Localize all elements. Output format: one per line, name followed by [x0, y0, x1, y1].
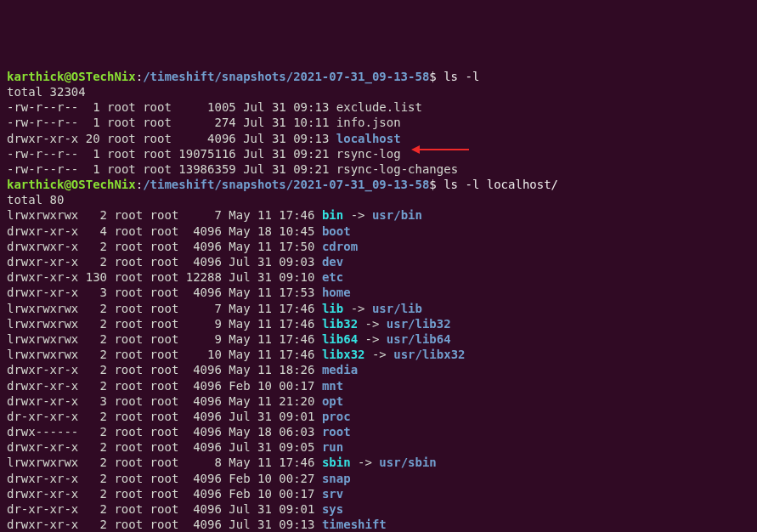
permissions: lrwxrwxrwx — [7, 348, 78, 361]
group: root — [143, 394, 178, 408]
date: May 11 17:46 — [222, 332, 322, 346]
date: Jul 31 09:03 — [222, 255, 322, 269]
size: 4096 — [178, 518, 222, 531]
link-count: 3 — [78, 394, 107, 408]
size: 4096 — [178, 379, 222, 393]
size: 4096 — [178, 255, 222, 269]
dir-name: srv — [322, 487, 343, 501]
size: 7 — [178, 208, 222, 222]
link-count: 1 — [78, 100, 99, 114]
owner: root — [100, 162, 136, 176]
dir-name: opt — [322, 394, 343, 408]
dir-name: timeshift — [322, 518, 387, 531]
date: Jul 31 09:01 — [222, 502, 322, 516]
dir-name: root — [322, 425, 351, 439]
dir-name: home — [322, 286, 351, 299]
size: 4096 — [178, 240, 222, 253]
owner: root — [107, 302, 143, 315]
size: 8 — [178, 456, 222, 469]
link-count: 130 — [78, 270, 107, 284]
group: root — [143, 456, 178, 469]
size: 12288 — [178, 270, 222, 284]
date: Jul 31 09:13 — [236, 132, 336, 145]
size: 4096 — [178, 286, 222, 299]
file-entry: lrwxrwxrwx 2 root root 7 May 11 17:46 li… — [7, 302, 422, 315]
group: root — [143, 255, 178, 269]
permissions: dr-xr-xr-x — [7, 410, 78, 423]
date: Feb 10 00:17 — [222, 487, 322, 501]
group: root — [143, 208, 178, 222]
size: 4096 — [178, 425, 222, 439]
date: Jul 31 09:13 — [236, 100, 336, 114]
size: 4096 — [178, 440, 222, 454]
size: 274 — [172, 116, 236, 129]
permissions: -rw-r--r-- — [7, 116, 78, 129]
link-count: 2 — [78, 379, 107, 393]
symlink-name: lib — [322, 302, 343, 315]
group: root — [143, 286, 178, 299]
size: 4096 — [178, 410, 222, 423]
owner: root — [107, 208, 143, 222]
date: Jul 31 09:10 — [222, 270, 322, 284]
link-count: 1 — [78, 162, 99, 176]
file-entry: drwx------ 2 root root 4096 May 18 06:03… — [7, 425, 351, 439]
dir-name: proc — [322, 410, 351, 423]
group: root — [143, 240, 178, 253]
date: May 11 17:46 — [222, 317, 322, 331]
permissions: drwxr-xr-x — [7, 363, 78, 376]
group: root — [143, 487, 178, 501]
link-count: 2 — [78, 487, 107, 501]
link-count: 2 — [78, 317, 107, 331]
dir-name: localhost — [336, 132, 401, 145]
terminal-output[interactable]: karthick@OSTechNix:/timeshift/snapshots/… — [7, 69, 750, 532]
file-entry: drwxr-xr-x 2 root root 4096 Feb 10 00:17… — [7, 487, 343, 501]
date: Jul 31 10:11 — [236, 116, 336, 129]
total-line: total 32304 — [7, 85, 86, 99]
permissions: drwxr-xr-x — [7, 132, 78, 145]
link-count: 2 — [78, 208, 107, 222]
link-count: 4 — [78, 224, 107, 238]
date: May 18 10:45 — [222, 224, 322, 238]
owner: root — [107, 286, 143, 299]
date: Jul 31 09:21 — [236, 147, 336, 161]
owner: root — [107, 332, 143, 346]
permissions: dr-xr-xr-x — [7, 502, 78, 516]
prompt-user: karthick@OSTechNix — [7, 178, 136, 191]
group: root — [143, 425, 178, 439]
symlink-target: usr/lib — [372, 302, 422, 315]
size: 7 — [178, 302, 222, 315]
prompt-line-2: karthick@OSTechNix:/timeshift/snapshots/… — [7, 178, 558, 191]
link-count: 3 — [78, 286, 107, 299]
command-text: ls -l localhost/ — [437, 178, 558, 191]
date: Feb 10 00:27 — [222, 472, 322, 485]
permissions: drwx------ — [7, 425, 78, 439]
link-count: 2 — [78, 410, 107, 423]
owner: root — [107, 240, 143, 253]
file-entry: drwxr-xr-x 2 root root 4096 May 11 18:26… — [7, 363, 358, 376]
file-entry: dr-xr-xr-x 2 root root 4096 Jul 31 09:01… — [7, 410, 351, 423]
file-entry: drwxr-xr-x 2 root root 4096 Jul 31 09:03… — [7, 255, 343, 269]
group: root — [136, 116, 172, 129]
date: May 11 17:46 — [222, 456, 322, 469]
size: 19075116 — [172, 147, 236, 161]
date: Feb 10 00:17 — [222, 379, 322, 393]
link-count: 2 — [78, 440, 107, 454]
link-count: 2 — [78, 363, 107, 376]
size: 4096 — [172, 132, 236, 145]
file-entry: -rw-r--r-- 1 root root 19075116 Jul 31 0… — [7, 147, 401, 161]
group: root — [143, 224, 178, 238]
file-entry: dr-xr-xr-x 2 root root 4096 Jul 31 09:01… — [7, 502, 343, 516]
link-count: 2 — [78, 472, 107, 485]
size: 10 — [178, 348, 222, 361]
size: 4096 — [178, 472, 222, 485]
dir-name: dev — [322, 255, 343, 269]
file-entry: drwxr-xr-x 2 root root 4096 Jul 31 09:05… — [7, 440, 343, 454]
owner: root — [107, 425, 143, 439]
owner: root — [107, 224, 143, 238]
size: 4096 — [178, 502, 222, 516]
group: root — [143, 363, 178, 376]
permissions: lrwxrwxrwx — [7, 456, 78, 469]
size: 1005 — [172, 100, 236, 114]
group: root — [143, 348, 178, 361]
size: 9 — [178, 332, 222, 346]
